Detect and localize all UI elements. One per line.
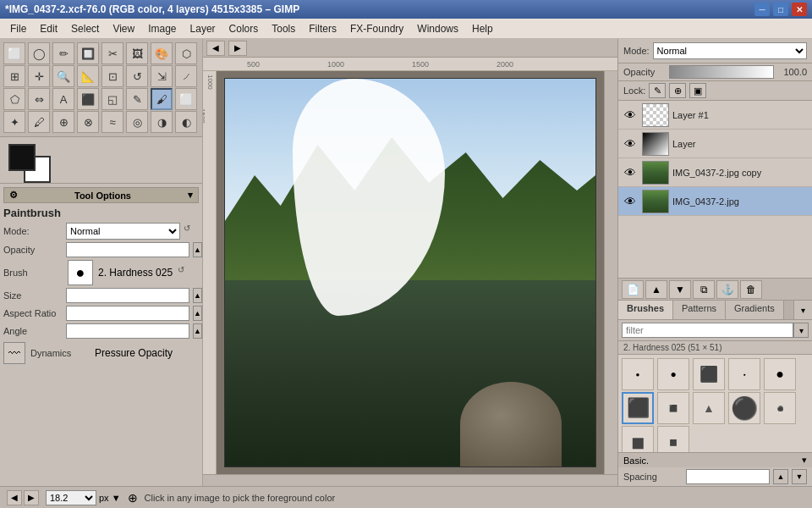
tab-brushes[interactable]: Brushes [618,301,673,319]
aspect-spin-up[interactable]: ▲ [193,306,202,321]
tool-flip[interactable]: ⇔ [28,88,50,110]
layer-item[interactable]: 👁 Layer [618,130,812,158]
tool-airbrush[interactable]: ✦ [3,111,25,133]
brush-cell[interactable]: ● [657,358,689,390]
layer-visibility-toggle[interactable]: 👁 [622,164,639,181]
aspect-input[interactable]: 0.00 [66,306,189,321]
tool-perspective[interactable]: ⬠ [3,88,25,110]
tool-smudge[interactable]: ≈ [102,111,123,133]
brush-cell[interactable]: ● [622,358,654,390]
tool-heal[interactable]: ⊕ [52,111,74,133]
minimize-button[interactable]: ─ [754,3,770,16]
brush-cell[interactable]: ▲ [693,392,725,424]
image-canvas[interactable] [224,78,596,467]
menu-file[interactable]: File [3,21,33,36]
tab-patterns[interactable]: Patterns [673,301,726,319]
size-spin-up[interactable]: ▲ [193,288,202,303]
angle-spin-up[interactable]: ▲ [193,323,202,339]
nav-left-btn[interactable]: ◀ [7,490,22,505]
tool-desaturate[interactable]: ◐ [175,111,197,133]
tool-paths[interactable]: ⬡ [175,42,197,64]
spacing-input[interactable]: 10.0 [686,469,770,484]
layer-item[interactable]: 👁 Layer #1 [618,101,812,130]
canvas-hscrollbar[interactable] [203,474,617,486]
panel-collapse-btn[interactable]: ▾ [188,190,193,201]
mode-select[interactable]: Normal Dissolve Multiply Screen [66,223,180,240]
opacity-spin-up[interactable]: ▲ [193,242,202,257]
tool-blur[interactable]: ◎ [126,111,148,133]
tool-clone[interactable]: ⊗ [77,111,99,133]
tool-paintbrush[interactable]: 🖌 [151,88,173,110]
brush-panel-menu-btn[interactable]: ▾ [793,301,812,319]
duplicate-layer-btn[interactable]: ⧉ [693,280,715,299]
tool-rect-select[interactable]: ⬜ [3,42,25,64]
menu-view[interactable]: View [106,21,141,36]
tool-fuzzy-select[interactable]: 🔲 [77,42,99,64]
tool-shear[interactable]: ⟋ [175,65,197,87]
menu-colors[interactable]: Colors [222,21,266,36]
foreground-color[interactable] [8,144,36,171]
menu-tools[interactable]: Tools [265,21,302,36]
lower-layer-btn[interactable]: ▼ [669,280,691,299]
tool-move[interactable]: ✛ [28,65,50,87]
menu-windows[interactable]: Windows [410,21,465,36]
layer-item[interactable]: 👁 IMG_0437-2.jpg copy [618,158,812,187]
layer-item[interactable]: 👁 IMG_0437-2.jpg [618,187,812,216]
brush-filter-clear[interactable]: ▾ [793,323,809,338]
tool-ink[interactable]: 🖊 [28,111,50,133]
menu-select[interactable]: Select [64,21,106,36]
angle-input[interactable]: 0.00 [66,323,189,339]
brush-filter-input[interactable] [622,323,793,338]
brush-thumbnail[interactable]: ● [68,260,93,285]
tool-scissors[interactable]: ✂ [102,42,123,64]
menu-filters[interactable]: Filters [302,21,343,36]
layer-mode-select[interactable]: Normal Dissolve Multiply Screen [653,42,807,59]
tool-rotate[interactable]: ↺ [126,65,148,87]
tool-ellipse-select[interactable]: ◯ [28,42,50,64]
tool-free-select[interactable]: ✏ [52,42,74,64]
zoom-select[interactable]: 18.2 25 50 100 [46,490,96,505]
mode-reset-btn[interactable]: ↺ [184,224,199,239]
tool-align[interactable]: ⊞ [3,65,25,87]
layer-opacity-bar[interactable] [669,65,774,79]
spacing-spin-down[interactable]: ▼ [792,469,807,484]
brush-cell[interactable]: ◼ [657,426,689,452]
tool-measure[interactable]: 📐 [77,65,99,87]
canvas-vscrollbar[interactable] [604,71,617,474]
lock-position-btn[interactable]: ⊕ [669,83,686,98]
menu-image[interactable]: Image [141,21,183,36]
tool-scale[interactable]: ⇲ [151,65,173,87]
menu-help[interactable]: Help [465,21,500,36]
canvas-nav-left[interactable]: ◀ [206,41,225,56]
basic-expand-btn[interactable]: ▾ [802,455,807,466]
brush-cell[interactable]: ● [728,358,760,390]
close-button[interactable]: ✕ [792,3,807,16]
tool-crop[interactable]: ⊡ [102,65,123,87]
menu-edit[interactable]: Edit [33,21,64,36]
tool-bucket-fill[interactable]: ⬛ [77,88,99,110]
brush-cell[interactable]: ⚫ [728,392,760,424]
maximize-button[interactable]: □ [773,3,788,16]
layer-visibility-toggle[interactable]: 👁 [622,135,639,152]
brush-cell[interactable]: ⬛ [622,392,654,424]
nav-right-btn[interactable]: ▶ [24,490,39,505]
size-input[interactable]: 524.01 [66,288,189,303]
brush-cell[interactable]: ● [764,358,796,390]
brush-reset-btn[interactable]: ↺ [178,265,193,280]
lock-pixels-btn[interactable]: ✎ [649,83,666,98]
tool-foreground-select[interactable]: 🖼 [126,42,148,64]
menu-fx-foundry[interactable]: FX-Foundry [343,21,410,36]
menu-layer[interactable]: Layer [184,21,222,36]
tool-zoom[interactable]: 🔍 [52,65,74,87]
new-layer-btn[interactable]: 📄 [622,280,644,299]
spacing-spin-up[interactable]: ▲ [773,469,788,484]
canvas-nav-right[interactable]: ▶ [228,41,247,56]
brush-cell[interactable]: ⬛ [657,392,689,424]
layer-visibility-toggle[interactable]: 👁 [622,107,639,124]
layer-visibility-toggle[interactable]: 👁 [622,193,639,210]
tool-blend[interactable]: ◱ [102,88,123,110]
tool-pencil[interactable]: ✎ [126,88,148,110]
tool-color-select[interactable]: 🎨 [151,42,173,64]
tool-text[interactable]: A [52,88,74,110]
opacity-input[interactable]: 100.0 [66,242,189,257]
